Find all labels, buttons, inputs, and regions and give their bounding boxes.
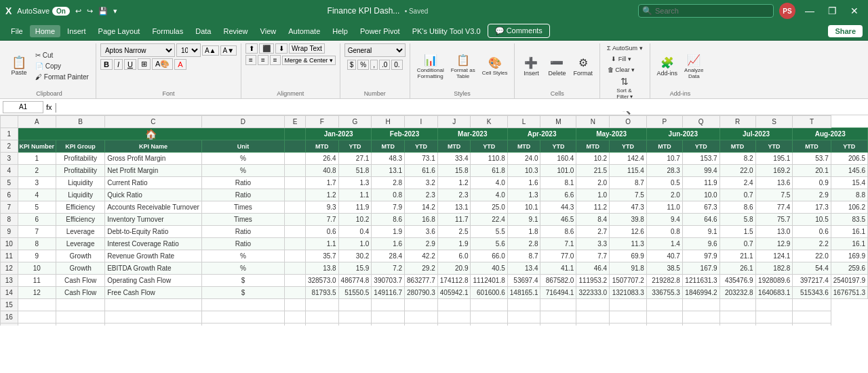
cell[interactable] [610,323,647,326]
data-cell[interactable]: 8.6 [719,201,755,214]
data-cell[interactable]: 124.1 [755,250,793,262]
data-cell[interactable]: 3.3 [576,238,610,250]
data-cell[interactable]: 40.8 [305,165,338,177]
data-cell[interactable]: Operating Cash Flow [105,275,202,287]
cell[interactable] [646,299,682,311]
cell[interactable] [719,323,755,326]
menu-pk-utility[interactable]: PK's Utility Tool V3.0 [407,25,486,37]
menu-page-layout[interactable]: Page Layout [93,25,146,37]
cell[interactable] [507,311,540,323]
font-color-button[interactable]: A [174,59,186,70]
data-cell[interactable]: 8.6 [540,226,576,238]
data-cell[interactable]: 13.1 [372,165,405,177]
underline-button[interactable]: U [124,59,136,70]
profile-avatar[interactable]: PS [779,3,795,19]
data-cell[interactable]: Ratio [201,238,284,250]
data-cell[interactable]: 390703.7 [372,275,405,287]
data-cell[interactable]: 11.7 [437,214,471,226]
cell[interactable] [105,299,202,311]
data-cell[interactable]: Interest Coverage Ratio [105,238,202,250]
data-cell[interactable]: 0.6 [305,226,338,238]
data-cell[interactable]: 11.2 [576,201,610,214]
data-cell[interactable]: 397217.4 [793,275,831,287]
cell[interactable] [437,299,471,311]
cell[interactable] [305,299,338,311]
save-icon[interactable]: 💾 [98,7,108,16]
font-size-select[interactable]: 10 [176,43,201,57]
border-button[interactable]: ⊞ [138,58,151,70]
data-cell[interactable]: 1112401.8 [471,275,507,287]
data-cell[interactable]: Ratio [201,189,284,201]
data-cell[interactable]: 8.6 [372,214,405,226]
data-cell[interactable]: 6 [18,214,56,226]
increase-font-button[interactable]: A▲ [202,45,219,56]
cell[interactable] [471,311,507,323]
data-cell[interactable] [285,226,306,238]
delete-button[interactable]: ➖ Delete [545,55,569,78]
menu-power-pivot[interactable]: Power Pivot [355,25,406,37]
col-header-H[interactable]: H [372,116,405,128]
cell[interactable] [18,311,56,323]
data-cell[interactable]: 4.0 [471,177,507,189]
data-cell[interactable]: 110.8 [471,153,507,165]
bold-button[interactable]: B [100,59,113,70]
data-cell[interactable]: Gross Profit Margin [105,153,202,165]
data-cell[interactable]: 3.2 [405,177,438,189]
data-cell[interactable] [285,165,306,177]
data-cell[interactable]: 716494.1 [540,287,576,299]
data-cell[interactable]: 7.5 [610,189,647,201]
cell[interactable] [471,299,507,311]
data-cell[interactable] [285,275,306,287]
data-cell[interactable]: Leverage [56,238,105,250]
cell[interactable] [719,299,755,311]
data-cell[interactable]: 435476.9 [719,275,755,287]
data-cell[interactable]: 46.5 [540,214,576,226]
menu-help[interactable]: Help [327,25,353,37]
grid-scroll-area[interactable]: ABCDEFGHIJKLMNOPQRST 1🏠Jan-2023Feb-2023M… [0,115,868,326]
data-cell[interactable]: % [201,250,284,262]
data-cell[interactable]: 11.3 [610,238,647,250]
data-cell[interactable]: 101.0 [540,165,576,177]
data-cell[interactable]: 8 [18,238,56,250]
cell[interactable] [201,323,284,326]
data-cell[interactable]: 1.5 [719,226,755,238]
currency-button[interactable]: $ [347,60,357,70]
data-cell[interactable]: 2.7 [576,226,610,238]
data-cell[interactable]: 149116.7 [372,287,405,299]
data-cell[interactable]: Ratio [201,177,284,189]
data-cell[interactable]: 67.3 [682,201,719,214]
cell[interactable] [372,311,405,323]
cell[interactable] [56,311,105,323]
data-cell[interactable] [285,287,306,299]
col-header-R[interactable]: R [719,116,755,128]
col-header-S[interactable]: S [755,116,793,128]
data-cell[interactable]: 1321083.3 [610,287,647,299]
data-cell[interactable]: 64.6 [682,214,719,226]
data-cell[interactable]: 3 [18,177,56,189]
cut-button[interactable]: ✂ Cut [33,50,92,60]
data-cell[interactable]: 35.7 [305,250,338,262]
cell[interactable] [793,323,831,326]
cell[interactable] [755,323,793,326]
cell[interactable] [372,323,405,326]
cell[interactable] [405,323,438,326]
menu-file[interactable]: File [5,25,28,37]
data-cell[interactable]: 99.4 [682,165,719,177]
data-cell[interactable]: 6.6 [540,189,576,201]
col-header-T[interactable]: T [793,116,831,128]
data-cell[interactable]: 1.0 [576,189,610,201]
data-cell[interactable]: 2.3 [405,189,438,201]
data-cell[interactable]: 10.3 [507,165,540,177]
cell[interactable] [201,299,284,311]
cell[interactable] [405,311,438,323]
search-input[interactable] [638,4,774,18]
italic-button[interactable]: I [114,59,123,70]
data-cell[interactable]: 30.2 [338,250,372,262]
data-cell[interactable]: Net Profit Margin [105,165,202,177]
data-cell[interactable]: 66.0 [471,250,507,262]
data-cell[interactable]: 145.6 [831,165,867,177]
data-cell[interactable]: 9.3 [305,201,338,214]
cell-reference-box[interactable] [3,101,43,113]
data-cell[interactable]: 2.8 [372,177,405,189]
data-cell[interactable]: 17.3 [793,201,831,214]
